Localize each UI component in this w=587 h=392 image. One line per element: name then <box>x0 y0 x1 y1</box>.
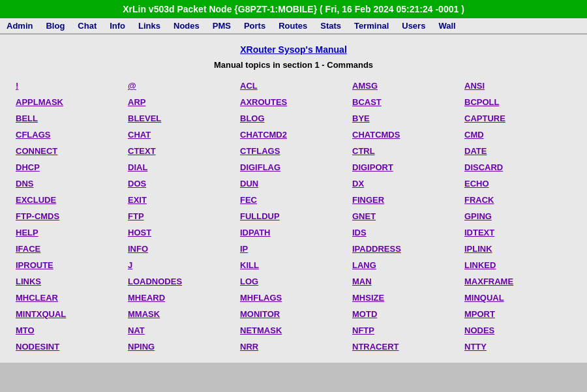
manual-link-man[interactable]: MAN <box>350 275 462 288</box>
manual-link-dial[interactable]: DIAL <box>125 161 237 173</box>
manual-link-chatcmd2[interactable]: CHATCMD2 <box>237 128 350 141</box>
nav-item-terminal[interactable]: Terminal <box>354 21 389 31</box>
manual-link-nping[interactable]: NPING <box>125 340 237 353</box>
manual-link-discard[interactable]: DISCARD <box>462 161 574 173</box>
manual-link-idpath[interactable]: IDPATH <box>237 226 350 239</box>
manual-link-ids[interactable]: IDS <box>350 226 462 239</box>
manual-link-bcpoll[interactable]: BCPOLL <box>462 96 574 108</box>
manual-link--[interactable]: @ <box>125 80 237 92</box>
manual-link-loadnodes[interactable]: LOADNODES <box>125 275 237 288</box>
manual-link-ctext[interactable]: CTEXT <box>125 145 237 157</box>
manual-link-chat[interactable]: CHAT <box>125 128 237 141</box>
manual-link-digiflag[interactable]: DIGIFLAG <box>237 161 350 173</box>
manual-link-iproute[interactable]: IPROUTE <box>13 259 125 271</box>
manual-link-iplink[interactable]: IPLINK <box>462 243 574 255</box>
manual-link--[interactable]: ! <box>13 80 125 92</box>
manual-link-linked[interactable]: LINKED <box>462 259 574 271</box>
manual-link-date[interactable]: DATE <box>462 145 574 157</box>
manual-link-mheard[interactable]: MHEARD <box>125 292 237 304</box>
manual-link-arp[interactable]: ARP <box>125 96 237 108</box>
manual-link-nftp[interactable]: NFTP <box>350 324 462 337</box>
manual-link-ansi[interactable]: ANSI <box>462 80 574 92</box>
manual-link-motd[interactable]: MOTD <box>350 308 462 320</box>
header-title: XrLin v503d Packet Node {G8PZT-1:MOBILE}… <box>123 4 464 14</box>
manual-link-mmask[interactable]: MMASK <box>125 308 237 320</box>
manual-link-idtext[interactable]: IDTEXT <box>462 226 574 239</box>
manual-link-digiport[interactable]: DIGIPORT <box>350 161 462 173</box>
manual-link-fulldup[interactable]: FULLDUP <box>237 210 350 222</box>
manual-link-gping[interactable]: GPING <box>462 210 574 222</box>
nav-item-chat[interactable]: Chat <box>78 21 97 31</box>
manual-link-bcast[interactable]: BCAST <box>350 96 462 108</box>
manual-link-blog[interactable]: BLOG <box>237 112 350 125</box>
manual-link-finger[interactable]: FINGER <box>350 194 462 206</box>
manual-link-log[interactable]: LOG <box>237 275 350 288</box>
nav-item-users[interactable]: Users <box>402 21 425 31</box>
manual-link-cflags[interactable]: CFLAGS <box>13 128 125 141</box>
manual-link-echo[interactable]: ECHO <box>462 177 574 190</box>
manual-link-ntracert[interactable]: NTRACERT <box>350 340 462 353</box>
nav-item-nodes[interactable]: Nodes <box>173 21 200 31</box>
manual-link-ctflags[interactable]: CTFLAGS <box>237 145 350 157</box>
manual-link-minqual[interactable]: MINQUAL <box>462 292 574 304</box>
manual-link-host[interactable]: HOST <box>125 226 237 239</box>
manual-link-exclude[interactable]: EXCLUDE <box>13 194 125 206</box>
manual-link-gnet[interactable]: GNET <box>350 210 462 222</box>
manual-link-links[interactable]: LINKS <box>13 275 125 288</box>
manual-link-exit[interactable]: EXIT <box>125 194 237 206</box>
manual-link-ip[interactable]: IP <box>237 243 350 255</box>
manual-link-mhsize[interactable]: MHSIZE <box>350 292 462 304</box>
nav-item-stats[interactable]: Stats <box>320 21 341 31</box>
manual-link-nodes[interactable]: NODES <box>462 324 574 337</box>
manual-link-maxframe[interactable]: MAXFRAME <box>462 275 574 288</box>
manual-link-ftp[interactable]: FTP <box>125 210 237 222</box>
manual-link-mintxqual[interactable]: MINTXQUAL <box>13 308 125 320</box>
manual-link-mto[interactable]: MTO <box>13 324 125 337</box>
links-grid: !@ACLAMSGANSIAPPLMASKARPAXROUTESBCASTBCP… <box>13 80 574 353</box>
nav-item-pms[interactable]: PMS <box>213 21 231 31</box>
nav-item-info[interactable]: Info <box>110 21 125 31</box>
manual-link-axroutes[interactable]: AXROUTES <box>237 96 350 108</box>
manual-link-frack[interactable]: FRACK <box>462 194 574 206</box>
nav-item-ports[interactable]: Ports <box>244 21 265 31</box>
nav-item-admin[interactable]: Admin <box>7 21 33 31</box>
manual-link-fec[interactable]: FEC <box>237 194 350 206</box>
manual-link-ctrl[interactable]: CTRL <box>350 145 462 157</box>
manual-link-applmask[interactable]: APPLMASK <box>13 96 125 108</box>
manual-link-bye[interactable]: BYE <box>350 112 462 125</box>
manual-link-dhcp[interactable]: DHCP <box>13 161 125 173</box>
manual-link-amsg[interactable]: AMSG <box>350 80 462 92</box>
manual-link-nodesint[interactable]: NODESINT <box>13 340 125 353</box>
manual-link-blevel[interactable]: BLEVEL <box>125 112 237 125</box>
manual-link-dun[interactable]: DUN <box>237 177 350 190</box>
manual-link-dx[interactable]: DX <box>350 177 462 190</box>
manual-link-nat[interactable]: NAT <box>125 324 237 337</box>
manual-link-help[interactable]: HELP <box>13 226 125 239</box>
manual-link-connect[interactable]: CONNECT <box>13 145 125 157</box>
nav-item-routes[interactable]: Routes <box>278 21 307 31</box>
manual-link-acl[interactable]: ACL <box>237 80 350 92</box>
manual-link-nrr[interactable]: NRR <box>237 340 350 353</box>
manual-link-lang[interactable]: LANG <box>350 259 462 271</box>
manual-link-chatcmds[interactable]: CHATCMDS <box>350 128 462 141</box>
manual-link-dns[interactable]: DNS <box>13 177 125 190</box>
manual-link-ipaddress[interactable]: IPADDRESS <box>350 243 462 255</box>
manual-link-monitor[interactable]: MONITOR <box>237 308 350 320</box>
manual-link-j[interactable]: J <box>125 259 237 271</box>
manual-link-ntty[interactable]: NTTY <box>462 340 574 353</box>
nav-item-blog[interactable]: Blog <box>46 21 65 31</box>
manual-link-kill[interactable]: KILL <box>237 259 350 271</box>
manual-link-netmask[interactable]: NETMASK <box>237 324 350 337</box>
manual-link-bell[interactable]: BELL <box>13 112 125 125</box>
nav-item-links[interactable]: Links <box>138 21 160 31</box>
manual-link-mhclear[interactable]: MHCLEAR <box>13 292 125 304</box>
manual-link-info[interactable]: INFO <box>125 243 237 255</box>
manual-link-ftp-cmds[interactable]: FTP-CMDS <box>13 210 125 222</box>
manual-link-mport[interactable]: MPORT <box>462 308 574 320</box>
manual-link-dos[interactable]: DOS <box>125 177 237 190</box>
manual-link-iface[interactable]: IFACE <box>13 243 125 255</box>
nav-item-wall[interactable]: Wall <box>438 21 455 31</box>
manual-link-mhflags[interactable]: MHFLAGS <box>237 292 350 304</box>
manual-link-cmd[interactable]: CMD <box>462 128 574 141</box>
manual-link-capture[interactable]: CAPTURE <box>462 112 574 125</box>
